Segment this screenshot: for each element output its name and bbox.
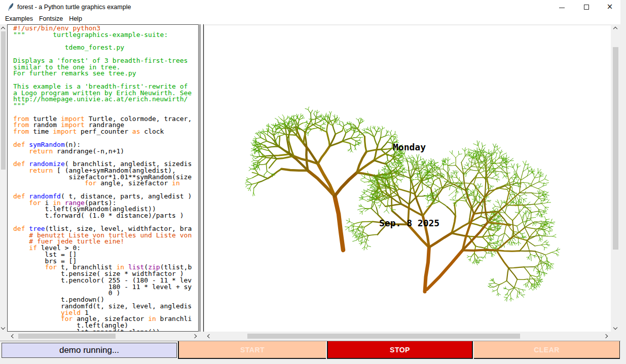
turtle-canvas: MondaySep. 8 2025: [205, 25, 611, 332]
window-title: forest - a Python turtle graphics exampl…: [17, 0, 131, 14]
clear-button[interactable]: CLEAR: [474, 341, 620, 359]
scroll-up-icon[interactable]: [613, 27, 617, 31]
scroll-left-icon[interactable]: [207, 334, 211, 338]
status-message: demo running...: [2, 343, 177, 358]
app-window: forest - a Python turtle graphics exampl…: [0, 0, 620, 359]
menu-fontsize[interactable]: Fontsize: [36, 14, 66, 24]
code-vertical-scroll-thumb[interactable]: [1, 31, 6, 170]
pane-divider[interactable]: [200, 24, 204, 340]
scroll-right-icon[interactable]: [193, 334, 197, 338]
menu-bar: Examples Fontsize Help: [0, 14, 620, 24]
scroll-left-icon[interactable]: [11, 334, 15, 338]
stop-button[interactable]: STOP: [327, 341, 473, 359]
scroll-up-icon[interactable]: [1, 27, 5, 31]
code-vertical-scrollbar[interactable]: [0, 24, 7, 332]
minimize-button[interactable]: [553, 0, 570, 14]
svg-text:Monday: Monday: [393, 142, 426, 152]
maximize-button[interactable]: [578, 0, 595, 14]
canvas-horizontal-scroll-thumb[interactable]: [247, 334, 520, 339]
start-button[interactable]: START: [178, 341, 326, 359]
python-feather-icon: [7, 3, 15, 12]
scroll-down-icon[interactable]: [1, 326, 5, 330]
code-horizontal-scroll-thumb[interactable]: [18, 334, 116, 339]
scroll-right-icon[interactable]: [604, 334, 608, 338]
close-button[interactable]: ×: [601, 0, 618, 14]
svg-text:Sep. 8 2025: Sep. 8 2025: [379, 218, 439, 228]
code-text: #!/usr/bin/env python3""" turtlegraphics…: [13, 25, 199, 332]
canvas-vertical-scrollbar[interactable]: [611, 24, 620, 332]
menu-help[interactable]: Help: [66, 14, 85, 24]
horizontal-scrollbars: [0, 332, 620, 341]
canvas-vertical-scroll-thumb[interactable]: [613, 47, 618, 250]
forest-drawing: MondaySep. 8 2025: [205, 25, 611, 332]
code-viewer[interactable]: #!/usr/bin/env python3""" turtlegraphics…: [7, 24, 199, 332]
scroll-down-icon[interactable]: [613, 326, 617, 330]
menu-examples[interactable]: Examples: [2, 14, 36, 24]
status-bar: demo running... START STOP CLEAR: [0, 341, 620, 359]
title-bar: forest - a Python turtle graphics exampl…: [0, 0, 620, 14]
